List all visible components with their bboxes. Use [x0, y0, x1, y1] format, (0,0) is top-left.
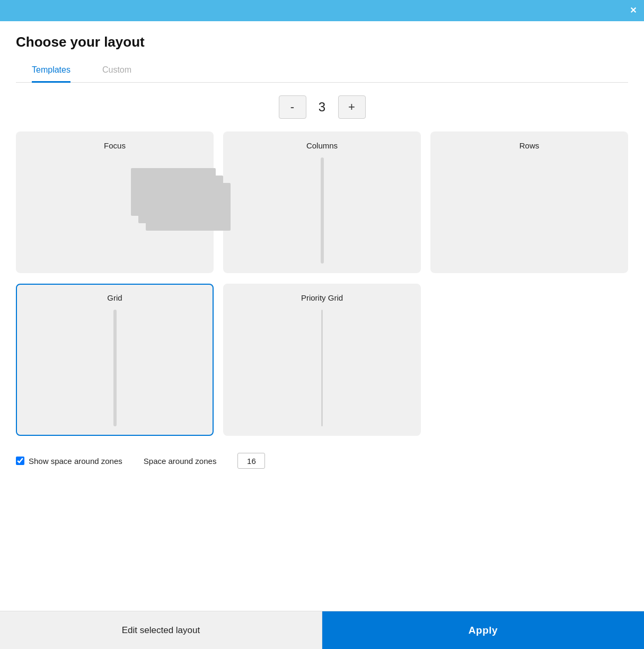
content-area: - 3 + Focus Columns — [0, 83, 644, 611]
apply-button[interactable]: Apply — [322, 611, 644, 649]
focus-card-front — [146, 183, 231, 231]
focus-label: Focus — [25, 141, 204, 150]
columns-preview — [321, 157, 324, 264]
layout-card-rows[interactable]: Rows — [430, 131, 628, 273]
footer: Edit selected layout Apply — [0, 611, 644, 649]
layout-cards-row1: Focus Columns Rows — [16, 131, 628, 273]
close-button[interactable]: ✕ — [630, 6, 637, 15]
tab-custom[interactable]: Custom — [102, 59, 131, 83]
show-space-checkbox[interactable] — [16, 457, 24, 465]
grid-label: Grid — [25, 293, 204, 302]
show-space-checkbox-label[interactable]: Show space around zones — [16, 457, 122, 466]
space-around-zones-label: Space around zones — [144, 457, 217, 466]
space-around-input[interactable] — [237, 453, 265, 469]
title-bar: ✕ — [0, 0, 644, 21]
priority-grid-label: Priority Grid — [233, 293, 411, 302]
layout-card-grid[interactable]: Grid — [16, 284, 214, 436]
counter-value: 3 — [306, 95, 338, 119]
show-space-label: Show space around zones — [29, 457, 122, 466]
decrement-button[interactable]: - — [279, 95, 306, 119]
options-row: Show space around zones Space around zon… — [16, 446, 628, 479]
columns-label: Columns — [233, 141, 411, 150]
dialog: Choose your layout Templates Custom - 3 … — [0, 21, 644, 649]
grid-preview — [113, 310, 117, 426]
rows-label: Rows — [440, 141, 619, 150]
layout-card-focus[interactable]: Focus — [16, 131, 214, 273]
counter-row: - 3 + — [16, 95, 628, 119]
tab-templates[interactable]: Templates — [32, 59, 70, 83]
empty-cell — [430, 284, 628, 436]
priority-grid-preview — [321, 310, 323, 426]
layout-cards-row2: Grid Priority Grid — [16, 284, 628, 436]
edit-selected-layout-button[interactable]: Edit selected layout — [0, 611, 322, 649]
layout-card-priority-grid[interactable]: Priority Grid — [223, 284, 421, 436]
dialog-header: Choose your layout Templates Custom — [0, 21, 644, 83]
dialog-title: Choose your layout — [16, 34, 628, 50]
layout-card-columns[interactable]: Columns — [223, 131, 421, 273]
tabs: Templates Custom — [16, 59, 628, 83]
increment-button[interactable]: + — [338, 95, 366, 119]
